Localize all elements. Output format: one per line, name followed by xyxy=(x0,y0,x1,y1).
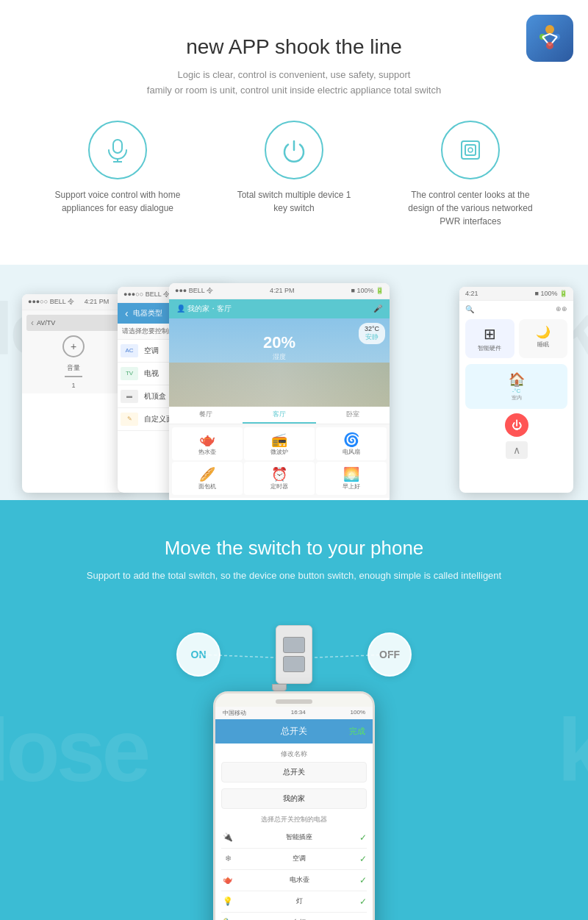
phone-screen: 中国移动 16:34 100% 总开关 完成 修改名称 总开关 我的家 选择总开… xyxy=(215,707,373,920)
phone1-header: ●●●○○ BELL 令 4:21 PM xyxy=(22,294,125,310)
switch-bar-bottom xyxy=(283,656,305,672)
app-logo-icon xyxy=(532,21,567,56)
phone-screenshot-1: ●●●○○ BELL 令 4:21 PM ‹ AV/TV + 音量 1 xyxy=(22,294,125,493)
check-2: ✓ xyxy=(359,875,367,885)
screen-nav-bar: 总开关 完成 xyxy=(215,719,373,744)
phone3-header: ●●● BELL 令 4:21 PM ■ 100% 🔋 xyxy=(169,283,390,299)
device-icon-4: 🔦 xyxy=(221,916,234,920)
phone-screenshot-3: ●●● BELL 令 4:21 PM ■ 100% 🔋 👤 我的家・客厅 🎤 3… xyxy=(169,283,390,500)
screenshots-section: lose k ●●●○○ BELL 令 4:21 PM ‹ AV/TV + 音量… xyxy=(0,265,588,500)
device-name-3: 灯 xyxy=(239,896,359,906)
off-button[interactable]: OFF xyxy=(368,632,412,677)
power-icon xyxy=(281,137,307,163)
name-label: 修改名称 xyxy=(221,749,367,759)
phone4-header: 4:21 ■ 100% 🔋 xyxy=(459,287,573,301)
section-title: Move the switch to your phone xyxy=(29,537,559,560)
device-item-2: 🫖 电水壶 ✓ xyxy=(221,870,367,891)
switch-device xyxy=(272,625,316,691)
device-item-4: 🔦 台灯 ✓ xyxy=(221,913,367,920)
feature-switch: Total switch multiple device 1 key switc… xyxy=(235,121,353,228)
main-phone: 中国移动 16:34 100% 总开关 完成 修改名称 总开关 我的家 选择总开… xyxy=(213,691,375,920)
switch-connector xyxy=(272,684,287,691)
check-3: ✓ xyxy=(359,896,367,907)
page-subtitle: Logic is clear, control is convenient, u… xyxy=(15,68,573,99)
screen-status-bar: 中国移动 16:34 100% xyxy=(215,707,373,719)
switch-body xyxy=(276,625,312,684)
app-logo-label: 智慧星 xyxy=(15,25,573,35)
control-icon-circle xyxy=(441,121,500,179)
device-icon-0: 🔌 xyxy=(221,831,234,844)
power-icon-circle xyxy=(265,121,323,179)
name-input[interactable]: 总开关 xyxy=(221,762,367,782)
app-logo xyxy=(526,15,573,62)
switch-bar-top xyxy=(283,637,305,653)
screen-form: 修改名称 总开关 我的家 选择总开关控制的电器 🔌 智能插座 ✓ ❄ xyxy=(215,744,373,920)
feature-control: The control center looks at the design o… xyxy=(397,121,544,228)
watermark-right: k xyxy=(557,699,588,801)
switch-diagram: ON OFF 中国移动 16:34 xyxy=(29,618,559,920)
phone-top-bar xyxy=(215,693,373,707)
device-item-0: 🔌 智能插座 ✓ xyxy=(221,827,367,849)
svg-rect-12 xyxy=(465,145,476,155)
svg-rect-8 xyxy=(113,140,122,153)
feature-switch-text: Total switch multiple device 1 key switc… xyxy=(235,188,353,215)
features-row: Support voice control with home applianc… xyxy=(15,121,573,228)
feature-control-text: The control center looks at the design o… xyxy=(397,188,544,228)
check-1: ✓ xyxy=(359,854,367,864)
svg-point-7 xyxy=(546,42,553,49)
top-section: 智慧星 new APP shook the line Logic is clea… xyxy=(0,0,588,265)
voice-icon-circle xyxy=(88,121,147,179)
on-button[interactable]: ON xyxy=(176,632,220,677)
device-name-2: 电水壶 xyxy=(239,875,359,885)
device-item-3: 💡 灯 ✓ xyxy=(221,891,367,913)
device-icon-1: ❄ xyxy=(221,852,234,866)
page-title: new APP shook the line xyxy=(15,35,573,59)
check-0: ✓ xyxy=(359,832,367,843)
phone-speaker xyxy=(276,699,312,704)
device-icon-2: 🫖 xyxy=(221,874,234,887)
blue-section: lose k Move the switch to your phone Sup… xyxy=(0,500,588,920)
screenshots-container: ●●●○○ BELL 令 4:21 PM ‹ AV/TV + 音量 1 ●●●○… xyxy=(0,279,588,485)
home-input[interactable]: 我的家 xyxy=(221,788,367,809)
device-list: 🔌 智能插座 ✓ ❄ 空调 ✓ 🫖 电水壶 ✓ xyxy=(221,827,367,920)
device-icon-3: 💡 xyxy=(221,895,234,908)
done-button[interactable]: 完成 xyxy=(349,726,365,737)
device-item-1: ❄ 空调 ✓ xyxy=(221,849,367,870)
device-name-1: 空调 xyxy=(239,854,359,863)
phone-screenshot-4: 4:21 ■ 100% 🔋 🔍 ⊕⊕ ⊞ 智能硬件 🌙 睡眠 xyxy=(459,287,573,493)
section-subtitle: Support to add the total switch, so the … xyxy=(29,570,559,581)
select-label: 选择总开关控制的电器 xyxy=(221,815,367,824)
check-4: ✓ xyxy=(359,918,367,920)
feature-voice-text: Support voice control with home applianc… xyxy=(44,188,191,215)
device-name-0: 智能插座 xyxy=(239,832,359,842)
control-icon xyxy=(457,137,484,163)
svg-point-0 xyxy=(545,25,554,34)
mic-icon xyxy=(104,137,131,163)
svg-point-13 xyxy=(468,148,473,152)
svg-rect-11 xyxy=(462,141,479,159)
feature-voice: Support voice control with home applianc… xyxy=(44,121,191,228)
